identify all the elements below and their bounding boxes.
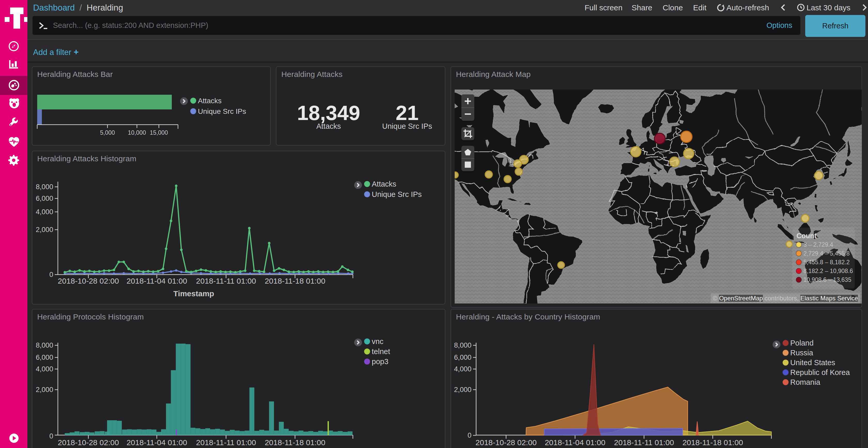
svg-text:Republic of Korea: Republic of Korea [790, 368, 850, 377]
svg-text:2018-10-28 02:00: 2018-10-28 02:00 [475, 438, 537, 447]
svg-text:2,000: 2,000 [36, 226, 53, 234]
svg-text:0: 0 [468, 432, 471, 439]
svg-text:4,000: 4,000 [454, 365, 471, 373]
svg-text:telnet: telnet [372, 347, 390, 356]
svg-text:Attacks: Attacks [372, 180, 396, 188]
svg-text:8,000: 8,000 [454, 341, 471, 349]
svg-text:2018-11-18 01:00: 2018-11-18 01:00 [683, 438, 743, 447]
svg-text:5,455.8 – 8,182.2: 5,455.8 – 8,182.2 [803, 259, 850, 266]
svg-text:Russia: Russia [790, 349, 813, 357]
svg-text:Romania: Romania [790, 378, 820, 386]
svg-text:2018-11-11 01:00: 2018-11-11 01:00 [196, 438, 256, 447]
svg-text:Attacks: Attacks [198, 97, 222, 105]
svg-text:Poland: Poland [790, 339, 813, 347]
svg-text:4,000: 4,000 [36, 208, 53, 216]
svg-text:2018-11-18 01:00: 2018-11-18 01:00 [265, 277, 326, 285]
svg-text:2018-11-11 01:00: 2018-11-11 01:00 [614, 438, 674, 447]
svg-text:2018-10-28 02:00: 2018-10-28 02:00 [58, 438, 119, 447]
svg-text:6,000: 6,000 [36, 353, 53, 361]
svg-text:Timestamp: Timestamp [173, 289, 214, 298]
svg-text:0: 0 [49, 432, 53, 440]
svg-text:2018-11-11 01:00: 2018-11-11 01:00 [196, 277, 256, 285]
svg-text:18,349: 18,349 [297, 101, 361, 125]
svg-text:4,000: 4,000 [36, 365, 53, 373]
svg-text:2018-10-28 02:00: 2018-10-28 02:00 [58, 277, 119, 285]
svg-text:8,000: 8,000 [36, 183, 53, 191]
svg-text:Attacks: Attacks [316, 122, 341, 130]
svg-text:8,182.2 – 10,908.6: 8,182.2 – 10,908.6 [803, 268, 853, 274]
svg-text:0: 0 [49, 271, 53, 278]
svg-text:15,000: 15,000 [150, 129, 168, 136]
svg-text:21: 21 [396, 101, 419, 125]
svg-text:2,729.4 – 5,455.8: 2,729.4 – 5,455.8 [803, 250, 850, 257]
svg-text:3 – 2,729.4: 3 – 2,729.4 [803, 241, 833, 248]
svg-text:6,000: 6,000 [454, 353, 471, 361]
svg-text:vnc: vnc [372, 337, 383, 346]
svg-text:2018-11-04 01:00: 2018-11-04 01:00 [127, 438, 187, 447]
svg-text:10,908.6 – 13,635: 10,908.6 – 13,635 [803, 276, 851, 283]
svg-text:2,000: 2,000 [36, 386, 53, 393]
svg-text:Unique Src IPs: Unique Src IPs [198, 107, 246, 115]
svg-text:10,000: 10,000 [128, 129, 146, 136]
svg-text:Unique Src IPs: Unique Src IPs [382, 122, 432, 130]
svg-text:8,000: 8,000 [36, 341, 53, 349]
svg-text:United States: United States [790, 358, 835, 367]
svg-text:2018-11-18 01:00: 2018-11-18 01:00 [265, 438, 326, 447]
svg-text:5,000: 5,000 [100, 129, 115, 136]
svg-text:6,000: 6,000 [36, 195, 53, 202]
svg-text:2018-11-04 01:00: 2018-11-04 01:00 [127, 277, 187, 285]
svg-text:2,000: 2,000 [454, 386, 471, 393]
svg-text:2018-11-04 01:00: 2018-11-04 01:00 [545, 438, 606, 447]
svg-text:Unique Src IPs: Unique Src IPs [372, 190, 422, 199]
svg-text:pop3: pop3 [372, 357, 389, 366]
